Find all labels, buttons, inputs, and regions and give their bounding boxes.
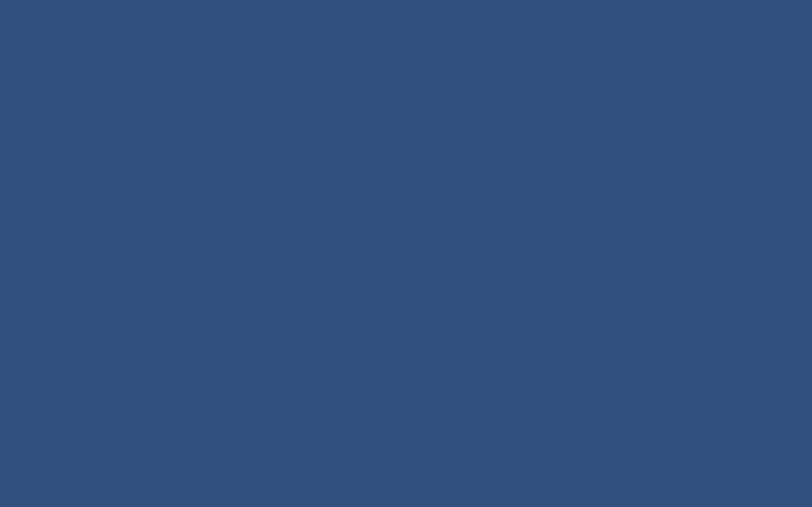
screen <box>0 0 812 507</box>
